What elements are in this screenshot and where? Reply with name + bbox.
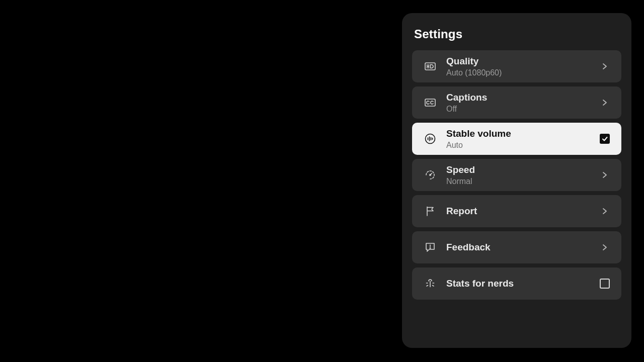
settings-item-quality[interactable]: Quality Auto (1080p60) [412, 50, 621, 82]
settings-list: Quality Auto (1080p60) Captions Off [412, 50, 621, 300]
settings-item-label: Stable volume [446, 128, 599, 140]
settings-item-label: Quality [446, 55, 599, 67]
hd-icon [423, 59, 437, 73]
svg-line-16 [433, 286, 434, 287]
settings-item-report[interactable]: Report [412, 195, 621, 227]
settings-item-text: Captions Off [446, 92, 599, 114]
svg-line-15 [427, 286, 428, 287]
settings-item-stats[interactable]: Stats for nerds [412, 267, 621, 300]
panel-title: Settings [414, 27, 621, 41]
settings-item-label: Report [446, 205, 599, 217]
settings-item-text: Speed Normal [446, 164, 599, 186]
settings-item-label: Captions [446, 92, 599, 104]
settings-item-label: Speed [446, 164, 599, 176]
chevron-right-icon [599, 169, 610, 180]
settings-item-text: Feedback [446, 241, 599, 253]
settings-item-text: Stats for nerds [446, 278, 599, 290]
chevron-right-icon [599, 206, 610, 217]
settings-item-sub: Off [446, 105, 599, 114]
settings-item-sub: Auto [446, 141, 599, 150]
settings-item-text: Quality Auto (1080p60) [446, 55, 599, 77]
settings-item-text: Stable volume Auto [446, 128, 599, 150]
settings-item-speed[interactable]: Speed Normal [412, 159, 621, 191]
chevron-right-icon [599, 97, 610, 108]
settings-item-captions[interactable]: Captions Off [412, 86, 621, 119]
svg-point-11 [430, 248, 431, 249]
svg-point-2 [426, 134, 435, 144]
bug-icon [423, 277, 437, 291]
checkbox-unchecked[interactable] [599, 278, 610, 289]
settings-item-feedback[interactable]: Feedback [412, 231, 621, 263]
speed-icon [423, 168, 437, 182]
chevron-right-icon [599, 242, 610, 253]
settings-item-stable-volume[interactable]: Stable volume Auto [412, 123, 621, 155]
settings-item-sub: Normal [446, 177, 599, 186]
settings-item-sub: Auto (1080p60) [446, 68, 599, 77]
settings-item-label: Stats for nerds [446, 278, 599, 290]
cc-icon [423, 96, 437, 110]
settings-item-text: Report [446, 205, 599, 217]
checkbox-checked[interactable] [599, 133, 610, 144]
stable-volume-icon [423, 132, 437, 146]
settings-item-label: Feedback [446, 241, 599, 253]
settings-panel: Settings Quality Auto (1080p60) [402, 13, 631, 348]
feedback-icon [423, 240, 437, 254]
chevron-right-icon [599, 61, 610, 72]
flag-icon [423, 204, 437, 218]
